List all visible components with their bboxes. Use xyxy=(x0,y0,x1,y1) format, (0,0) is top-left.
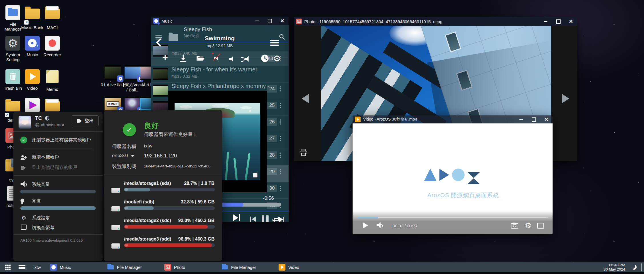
video-window: Video - ArozOS 30秒簡介.mp4 ✕ ArozOS 開源網頁桌面… xyxy=(353,115,553,234)
desktop-icon-memo[interactable]: Memo xyxy=(40,69,65,92)
volume-slider[interactable] xyxy=(20,190,96,193)
task-photo[interactable]: Photo xyxy=(164,262,185,272)
arozos-logo-caption: ArozOS 開源網頁桌面系統 xyxy=(427,191,499,199)
video-canvas[interactable]: ArozOS 開源網頁桌面系統 00:02 / 00:37 ⚙ xyxy=(353,123,553,234)
desktop: File Manager ↗ Music Bank MAGI ⚙ System … xyxy=(0,0,644,274)
status-title: 良好 xyxy=(144,121,159,131)
skip-next2-icon[interactable] xyxy=(279,217,284,222)
task-file-manager-1[interactable]: File Manager xyxy=(107,262,142,272)
night-mode-moon-icon[interactable] xyxy=(631,265,637,270)
check-circle-icon: ✓ xyxy=(20,137,27,143)
music-window-titlebar[interactable]: Music ✕ xyxy=(151,17,289,25)
previous-photo-arrow[interactable] xyxy=(302,94,309,103)
brightness-slider[interactable] xyxy=(20,206,96,210)
row-menu-icon[interactable] xyxy=(280,86,281,91)
now-playing-title: Swimming xyxy=(151,35,289,42)
harddrive-icon xyxy=(111,206,120,211)
firmware-version: AR100 firmware:development 0.2.020 xyxy=(20,238,83,243)
add-icon[interactable]: + xyxy=(162,52,168,63)
icon-label: MAGI xyxy=(40,25,65,30)
task-video[interactable]: Video xyxy=(279,262,299,272)
row-menu-icon[interactable] xyxy=(280,119,281,125)
logout-button[interactable]: 登出 xyxy=(72,115,99,126)
gear-icon: ⚙ xyxy=(20,215,27,221)
minimize-button[interactable] xyxy=(515,115,527,124)
add-local-account[interactable]: 新增本機帳戶 xyxy=(20,154,59,160)
settings-gear-icon[interactable]: ⚙ xyxy=(273,53,281,63)
print-icon[interactable] xyxy=(299,149,307,156)
user-panel: TC @administrator 登出 ✓ 此瀏覽器上沒有儲存其他帳戶 新增本… xyxy=(13,112,103,261)
music-app-icon xyxy=(153,18,159,24)
music-app-icon xyxy=(50,264,57,271)
video-progress-bar[interactable] xyxy=(357,217,548,218)
bottom-strip xyxy=(0,272,644,274)
media-play-icon xyxy=(25,98,40,113)
close-button[interactable]: ✕ xyxy=(565,17,577,26)
video-time: 00:02 / 00:37 xyxy=(393,223,418,228)
row-menu-icon[interactable] xyxy=(280,153,281,158)
shield-icon xyxy=(45,116,49,121)
open-folder-icon[interactable] xyxy=(196,55,205,61)
player-menu-icon[interactable] xyxy=(270,40,279,46)
snapshot-camera-icon[interactable] xyxy=(511,222,518,229)
bird-glyph: ✕ xyxy=(248,109,252,113)
clock[interactable]: 06:40 PM 30 May 2024 xyxy=(604,262,625,272)
system-volume-row: 系統音量 xyxy=(20,181,50,188)
play-icon[interactable] xyxy=(363,222,368,229)
row-menu-icon[interactable] xyxy=(280,56,281,61)
maximize-button[interactable] xyxy=(263,17,276,25)
window-title: Video - ArozOS 30秒簡介.mp4 xyxy=(363,117,417,122)
row-menu-icon[interactable] xyxy=(280,103,281,108)
system-settings-item[interactable]: ⚙ 系統設定 xyxy=(20,215,50,221)
row-menu-icon[interactable] xyxy=(280,136,281,141)
harddrive-icon xyxy=(111,188,120,193)
status-ok-icon: ✓ xyxy=(123,123,136,136)
logout-saved-accounts[interactable]: 登出其他已儲存的帳戶 xyxy=(20,165,77,171)
file-manager-icon xyxy=(221,264,228,271)
maximize-button[interactable] xyxy=(552,17,565,26)
skip-next-icon[interactable] xyxy=(233,214,240,221)
track-row[interactable]: Sleepy Fish - for when it's warmer mp3 /… xyxy=(151,66,289,83)
video-app-icon xyxy=(279,264,285,271)
task-music[interactable]: Music xyxy=(50,262,71,272)
volume-icon[interactable] xyxy=(377,222,383,228)
fullscreen-icon xyxy=(20,225,27,231)
desktop-icon-magi[interactable]: MAGI xyxy=(40,5,65,30)
track-number-chip: 28 xyxy=(267,151,277,159)
skip-previous-icon[interactable] xyxy=(250,217,256,222)
close-button[interactable]: ✕ xyxy=(540,115,553,124)
track-number-chip: 24 xyxy=(267,85,277,93)
video-window-titlebar[interactable]: Video - ArozOS 30秒簡介.mp4 ✕ xyxy=(353,115,553,123)
video-app-icon xyxy=(25,69,40,84)
pause-icon[interactable] xyxy=(262,215,269,222)
taskbar-menu-icon[interactable] xyxy=(19,265,25,269)
next-photo-arrow[interactable] xyxy=(562,94,569,103)
user-name: TC xyxy=(35,115,49,121)
app-launcher-icon[interactable] xyxy=(5,265,7,266)
user-avatar[interactable] xyxy=(19,116,31,129)
track-number-chip: 25 xyxy=(267,102,277,109)
speaker-icon xyxy=(20,181,27,188)
interface-select[interactable]: enp3s0 xyxy=(112,153,134,159)
video-settings-gear-icon[interactable]: ⚙ xyxy=(525,221,531,230)
maximize-button[interactable] xyxy=(527,115,540,124)
music-app-icon: ♪ xyxy=(25,36,40,51)
download-icon[interactable] xyxy=(179,55,187,62)
toggle-fullscreen-item[interactable]: 切換全螢幕 xyxy=(20,225,55,231)
desktop-icon-recorder[interactable]: Recorder xyxy=(40,36,65,57)
server-name-value: ixtw xyxy=(144,143,152,149)
track-number-chip: 30 xyxy=(267,185,277,192)
task-file-manager-2[interactable]: File Manager xyxy=(221,262,256,272)
person-plus-icon xyxy=(20,155,27,160)
row-menu-icon[interactable] xyxy=(280,169,281,174)
status-description: 伺服器看來運作良好喔！ xyxy=(144,131,197,138)
recorder-icon xyxy=(45,36,60,51)
minimize-button[interactable] xyxy=(539,17,552,26)
row-menu-icon[interactable] xyxy=(280,186,281,191)
server-status-panel: ✓ 良好 伺服器看來運作良好喔！ 伺服器名稱 ixtw enp3s0 192.1… xyxy=(104,110,222,261)
close-button[interactable]: ✕ xyxy=(276,17,289,25)
window-title: Photo - 119065550_10157744569721304_4713… xyxy=(304,19,442,24)
minimize-button[interactable] xyxy=(251,17,263,25)
fullscreen-icon[interactable] xyxy=(537,223,544,229)
photo-window-titlebar[interactable]: Photo - 119065550_10157744569721304_4713… xyxy=(294,17,577,26)
